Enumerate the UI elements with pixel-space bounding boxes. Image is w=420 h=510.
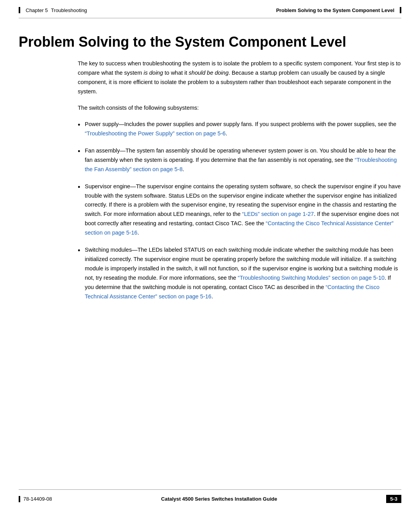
fan-assembly-text-before: Fan assembly—The system fan assembly sho…: [85, 147, 396, 163]
header-chapter-title: Troubleshooting: [51, 7, 87, 13]
list-item: • Fan assembly—The system fan assembly s…: [78, 146, 401, 174]
bullet-dot: •: [78, 121, 85, 130]
list-item: • Power supply—Includes the power suppli…: [78, 120, 401, 138]
bullet-dot: •: [78, 183, 85, 192]
footer-left: 78-14409-08: [19, 496, 52, 502]
bullet-text-switching-modules: Switching modules—The LEDs labeled STATU…: [85, 245, 401, 301]
intro-italic-1: is doing: [144, 70, 163, 76]
switching-link-1[interactable]: “Troubleshooting Switching Modules” sect…: [238, 275, 385, 281]
power-supply-text-before: Power supply—Includes the power supplies…: [85, 121, 396, 127]
header-right-bar: [400, 7, 401, 13]
header-left-bar: [19, 7, 20, 13]
fan-assembly-text-after: .: [182, 166, 184, 172]
supervisor-text-after: .: [137, 230, 139, 236]
bullet-text-fan-assembly: Fan assembly—The system fan assembly sho…: [85, 146, 401, 174]
page-header: Chapter 5 Troubleshooting Problem Solvin…: [0, 0, 420, 18]
intro-text-2: to what it: [163, 70, 189, 76]
page-title: Problem Solving to the System Component …: [0, 18, 420, 59]
bullet-list: • Power supply—Includes the power suppli…: [78, 120, 401, 301]
bullet-text-supervisor-engine: Supervisor engine—The supervisor engine …: [85, 182, 401, 238]
intro-italic-2: should be doing: [189, 70, 228, 76]
header-right: Problem Solving to the System Component …: [276, 7, 401, 13]
switching-text-after: .: [212, 293, 213, 300]
page-wrapper: Chapter 5 Troubleshooting Problem Solvin…: [0, 0, 420, 510]
header-left: Chapter 5 Troubleshooting: [19, 7, 87, 13]
list-item: • Switching modules—The LEDs labeled STA…: [78, 245, 401, 301]
page-footer: 78-14409-08 Catalyst 4500 Series Switche…: [0, 490, 420, 510]
footer-page-number: 5-3: [386, 495, 401, 503]
supervisor-link-1[interactable]: “LEDs” section on page 1-27: [242, 211, 314, 217]
footer-doc-number: 78-14409-08: [23, 496, 52, 502]
header-chapter-label: Chapter 5: [26, 7, 48, 13]
page-content: The key to success when troubleshooting …: [0, 59, 420, 301]
footer-left-bar: [19, 496, 20, 502]
intro-paragraph: The key to success when troubleshooting …: [78, 59, 401, 96]
subsystems-intro: The switch consists of the following sub…: [78, 103, 401, 113]
bullet-text-power-supply: Power supply—Includes the power supplies…: [85, 120, 401, 138]
bullet-dot: •: [78, 147, 85, 156]
footer-divider: [19, 489, 401, 490]
bullet-dot: •: [78, 246, 85, 255]
header-right-title: Problem Solving to the System Component …: [276, 7, 394, 13]
footer-center-text: Catalyst 4500 Series Switches Installati…: [52, 496, 386, 502]
power-supply-text-after: .: [226, 130, 227, 137]
list-item: • Supervisor engine—The supervisor engin…: [78, 182, 401, 238]
power-supply-link[interactable]: “Troubleshooting the Power Supply” secti…: [85, 130, 226, 137]
